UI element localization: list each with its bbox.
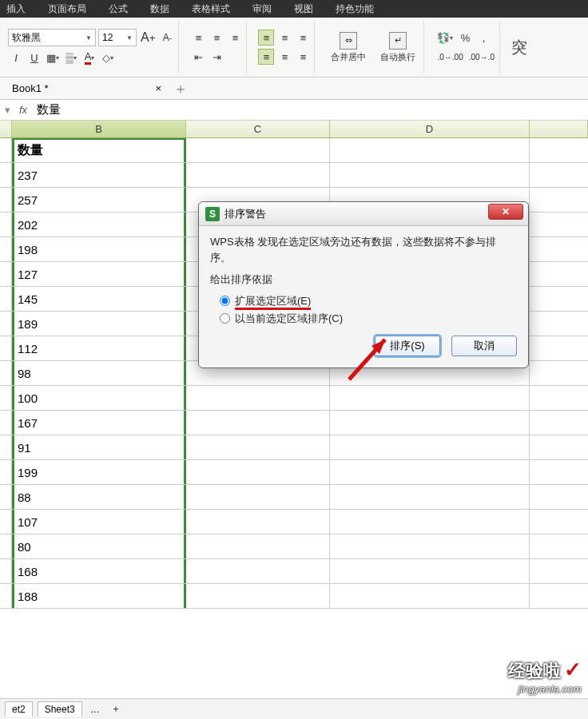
- cell-b[interactable]: 91: [12, 435, 186, 459]
- cancel-button[interactable]: 取消: [451, 336, 517, 356]
- cell-rest[interactable]: [530, 213, 588, 236]
- align-right-2-button[interactable]: ≡: [295, 49, 311, 65]
- cell-d[interactable]: [330, 584, 530, 608]
- col-header-d[interactable]: D: [330, 121, 530, 137]
- align-right-button[interactable]: ≡: [295, 30, 311, 46]
- cell-b[interactable]: 198: [12, 237, 186, 261]
- close-button[interactable]: ✕: [488, 204, 523, 220]
- font-color-button[interactable]: A▾: [81, 50, 97, 66]
- decrease-font-button[interactable]: A-: [159, 30, 175, 46]
- cell-b[interactable]: 167: [12, 411, 186, 435]
- fill-color-button[interactable]: ▒▾: [63, 50, 79, 66]
- cell-d[interactable]: [330, 485, 530, 509]
- underline-button[interactable]: U: [26, 50, 42, 66]
- cell-c[interactable]: [186, 460, 330, 484]
- cell-d[interactable]: [330, 411, 530, 435]
- cell-b[interactable]: 199: [12, 460, 186, 484]
- sort-button[interactable]: 排序(S): [375, 336, 440, 356]
- cell-rest[interactable]: [530, 312, 588, 336]
- cell-d[interactable]: [330, 460, 530, 484]
- align-middle-button[interactable]: ≡: [209, 30, 224, 46]
- cell-b[interactable]: 107: [12, 510, 186, 534]
- cell-rest[interactable]: [530, 336, 588, 360]
- wrap-text-button[interactable]: ↵ 自动换行: [375, 21, 420, 73]
- cell-b[interactable]: 188: [12, 584, 186, 608]
- font-size-select[interactable]: 12 ▼: [98, 29, 137, 46]
- cell-b[interactable]: 257: [12, 188, 186, 212]
- cell-b[interactable]: 168: [12, 559, 186, 583]
- close-tab-button[interactable]: ×: [149, 80, 169, 97]
- cell-b[interactable]: 127: [12, 262, 186, 286]
- indent-decrease-button[interactable]: ⇤: [190, 49, 206, 65]
- align-top-button[interactable]: ≡: [190, 30, 206, 46]
- menu-special[interactable]: 持色功能: [336, 2, 374, 16]
- align-center-2-button[interactable]: ≡: [276, 49, 292, 65]
- cell-c[interactable]: [186, 386, 330, 410]
- cell-rest[interactable]: [530, 485, 588, 509]
- radio-current-input[interactable]: [220, 313, 230, 324]
- increase-font-button[interactable]: A+: [139, 30, 157, 46]
- sheet-more-button[interactable]: …: [87, 704, 103, 715]
- cell-c[interactable]: [186, 510, 330, 534]
- cell-c[interactable]: [186, 138, 330, 162]
- add-tab-button[interactable]: ＋: [173, 79, 188, 98]
- cell-b[interactable]: 189: [12, 312, 186, 336]
- cell-b[interactable]: 202: [12, 213, 186, 236]
- col-header-edge[interactable]: [0, 121, 12, 137]
- cell-c[interactable]: [186, 163, 330, 187]
- cell-b-header[interactable]: 数量: [12, 138, 186, 162]
- clear-format-button[interactable]: ◇▾: [100, 50, 116, 66]
- currency-button[interactable]: 💱▾: [435, 30, 455, 46]
- menu-data[interactable]: 数据: [150, 2, 169, 16]
- cell-d[interactable]: [330, 138, 530, 162]
- cell-rest[interactable]: [530, 237, 588, 261]
- align-bottom-button[interactable]: ≡: [227, 30, 243, 46]
- cell-b[interactable]: 88: [12, 485, 186, 509]
- menu-formula[interactable]: 公式: [109, 2, 128, 16]
- comma-button[interactable]: ,: [475, 30, 491, 46]
- italic-button[interactable]: I: [8, 50, 24, 66]
- indent-increase-button[interactable]: ⇥: [209, 49, 224, 65]
- cell-rest[interactable]: [530, 510, 588, 534]
- radio-current-selection[interactable]: 以当前选定区域排序(C): [220, 312, 517, 326]
- cell-d[interactable]: [330, 386, 530, 410]
- cell-d[interactable]: [330, 510, 530, 534]
- cell-rest[interactable]: [530, 435, 588, 459]
- cell-d[interactable]: [330, 163, 530, 187]
- align-left-2-button[interactable]: ≡: [258, 49, 274, 65]
- cell-b[interactable]: 100: [12, 386, 186, 410]
- cell-c[interactable]: [186, 411, 330, 435]
- sheet-add-button[interactable]: ＋: [108, 702, 124, 716]
- cell-rest[interactable]: [530, 361, 588, 385]
- merge-center-button[interactable]: ⇔ 合并居中: [326, 21, 371, 73]
- menu-view[interactable]: 视图: [294, 2, 313, 16]
- sheet-tab-3[interactable]: Sheet3: [38, 701, 82, 717]
- cell-c[interactable]: [186, 485, 330, 509]
- menu-layout[interactable]: 页面布局: [48, 2, 86, 16]
- dialog-titlebar[interactable]: S 排序警告 ✕: [199, 202, 528, 226]
- cell-rest[interactable]: [530, 163, 588, 187]
- align-left-button[interactable]: ≡: [258, 30, 274, 46]
- align-center-button[interactable]: ≡: [276, 30, 292, 46]
- cell-b[interactable]: 98: [12, 361, 186, 385]
- menu-review[interactable]: 审阅: [252, 2, 272, 16]
- cell-c[interactable]: [186, 534, 330, 558]
- cell-rest[interactable]: [530, 262, 588, 286]
- decrease-decimal-button[interactable]: .00→.0: [467, 49, 496, 65]
- cell-rest[interactable]: [530, 584, 588, 608]
- percent-button[interactable]: %: [457, 30, 473, 46]
- cell-rest[interactable]: [530, 559, 588, 583]
- cell-c[interactable]: [186, 435, 330, 459]
- cell-d[interactable]: [330, 534, 530, 558]
- cell-rest[interactable]: [530, 188, 588, 212]
- cell-d[interactable]: [330, 559, 530, 583]
- sheet-tab-2[interactable]: et2: [5, 701, 33, 717]
- cell-ref-dropdown[interactable]: ▾: [0, 104, 14, 116]
- cell-rest[interactable]: [530, 386, 588, 410]
- cell-rest[interactable]: [530, 138, 588, 162]
- col-header-rest[interactable]: [530, 121, 588, 137]
- cell-rest[interactable]: [530, 534, 588, 558]
- border-button[interactable]: ▦▾: [45, 50, 61, 66]
- menu-insert[interactable]: 插入: [6, 2, 26, 16]
- increase-decimal-button[interactable]: .0→.00: [435, 49, 464, 65]
